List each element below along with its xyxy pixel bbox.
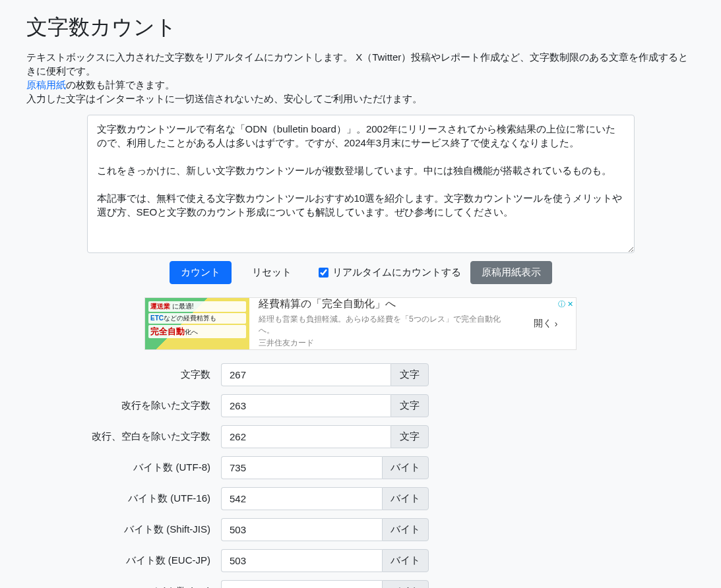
result-label: 改行を除いた文字数 (26, 399, 221, 412)
realtime-checkbox-label[interactable]: リアルタイムにカウントする (332, 266, 461, 279)
result-label: 文字数 (26, 368, 221, 381)
desc-line1: テキストボックスに入力された文字数をリアルタイムにカウントします。 X（Twit… (26, 51, 688, 76)
manuscript-display-button[interactable]: 原稿用紙表示 (470, 261, 552, 284)
result-row: バイト数 (EUC-JP)バイト (26, 549, 429, 572)
results-table: 文字数文字改行を除いた文字数文字改行、空白を除いた文字数文字バイト数 (UTF-… (26, 363, 429, 588)
result-unit: バイト (382, 487, 429, 510)
result-label: バイト数 (EUC-JP) (26, 554, 221, 567)
result-unit: バイト (382, 549, 429, 572)
result-value-input[interactable] (221, 580, 382, 588)
result-label: バイト数 (JIS) (26, 585, 221, 588)
realtime-checkbox[interactable] (319, 268, 329, 278)
result-value-input[interactable] (221, 487, 382, 510)
result-value-input[interactable] (221, 363, 391, 386)
chevron-right-icon: › (555, 318, 558, 329)
result-unit: 文字 (391, 425, 429, 448)
desc-line2: の枚数も計算できます。 (66, 79, 175, 90)
manuscript-paper-link[interactable]: 原稿用紙 (26, 79, 66, 90)
result-label: バイト数 (UTF-16) (26, 492, 221, 505)
result-unit: バイト (382, 456, 429, 479)
result-value-input[interactable] (221, 518, 382, 541)
result-row: 文字数文字 (26, 363, 429, 386)
result-label: バイト数 (Shift-JIS) (26, 523, 221, 536)
result-unit: バイト (382, 518, 429, 541)
result-label: バイト数 (UTF-8) (26, 461, 221, 474)
result-row: 改行を除いた文字数文字 (26, 394, 429, 417)
ad-close-icon[interactable]: ✕ (567, 300, 573, 309)
result-unit: 文字 (391, 363, 429, 386)
result-value-input[interactable] (221, 549, 382, 572)
result-label: 改行、空白を除いた文字数 (26, 430, 221, 443)
ad-info-icon[interactable]: ⓘ (558, 299, 565, 309)
result-value-input[interactable] (221, 394, 391, 417)
ad-banner-image: 運送業 に最適! ETCなどの経費精算も 完全自動化へ (145, 298, 249, 349)
result-row: 改行、空白を除いた文字数文字 (26, 425, 429, 448)
result-value-input[interactable] (221, 425, 391, 448)
description: テキストボックスに入力された文字数をリアルタイムにカウントします。 X（Twit… (26, 50, 695, 105)
result-row: バイト数 (UTF-8)バイト (26, 456, 429, 479)
reset-button[interactable]: リセット (241, 261, 303, 284)
ad-subtitle: 経理も営業も負担軽減。あらゆる経費を「5つのレス」で完全自動化へ。 (259, 314, 506, 336)
result-unit: バイト (382, 580, 429, 588)
result-row: バイト数 (Shift-JIS)バイト (26, 518, 429, 541)
count-button[interactable]: カウント (170, 261, 232, 284)
desc-line3: 入力した文字はインターネットに一切送信されないため、安心してご利用いただけます。 (26, 93, 422, 104)
result-row: バイト数 (UTF-16)バイト (26, 487, 429, 510)
text-input[interactable] (87, 115, 635, 253)
ad-title: 経費精算の「完全自動化」へ (259, 297, 506, 311)
advertisement[interactable]: 運送業 に最適! ETCなどの経費精算も 完全自動化へ 経費精算の「完全自動化」… (144, 297, 577, 350)
ad-company: 三井住友カード (259, 338, 506, 349)
result-unit: 文字 (391, 394, 429, 417)
result-value-input[interactable] (221, 456, 382, 479)
page-title: 文字数カウント (26, 13, 695, 42)
result-row: バイト数 (JIS)バイト (26, 580, 429, 588)
